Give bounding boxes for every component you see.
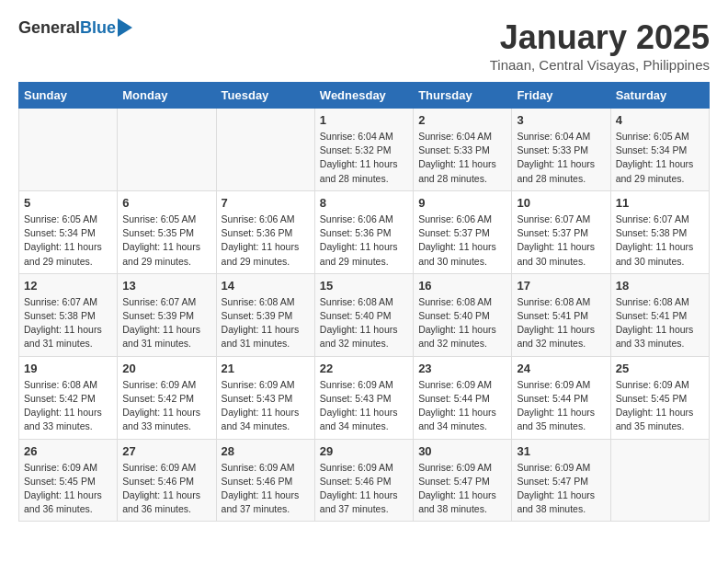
day-info: Sunrise: 6:06 AM Sunset: 5:37 PM Dayligh…	[418, 213, 506, 269]
calendar-cell: 28Sunrise: 6:09 AM Sunset: 5:46 PM Dayli…	[216, 439, 314, 522]
day-number: 26	[24, 444, 112, 458]
day-info: Sunrise: 6:09 AM Sunset: 5:43 PM Dayligh…	[222, 378, 310, 434]
location-subtitle: Tinaan, Central Visayas, Philippines	[490, 57, 710, 73]
day-number: 3	[517, 113, 605, 127]
day-number: 21	[222, 362, 310, 375]
calendar-cell: 2Sunrise: 6:04 AM Sunset: 5:33 PM Daylig…	[414, 109, 512, 191]
calendar-cell: 1Sunrise: 6:04 AM Sunset: 5:32 PM Daylig…	[314, 109, 413, 191]
calendar-cell: 27Sunrise: 6:09 AM Sunset: 5:46 PM Dayli…	[118, 439, 216, 522]
day-number: 1	[320, 113, 408, 127]
day-info: Sunrise: 6:09 AM Sunset: 5:47 PM Dayligh…	[517, 461, 605, 517]
day-number: 17	[517, 279, 605, 293]
day-number: 13	[122, 279, 210, 293]
day-info: Sunrise: 6:08 AM Sunset: 5:41 PM Dayligh…	[616, 295, 704, 351]
calendar-cell: 25Sunrise: 6:09 AM Sunset: 5:45 PM Dayli…	[610, 356, 709, 439]
day-info: Sunrise: 6:09 AM Sunset: 5:45 PM Dayligh…	[24, 461, 112, 517]
calendar-cell	[19, 109, 118, 191]
day-info: Sunrise: 6:05 AM Sunset: 5:35 PM Dayligh…	[122, 213, 210, 269]
day-number: 27	[122, 444, 210, 458]
calendar-cell: 21Sunrise: 6:09 AM Sunset: 5:43 PM Dayli…	[216, 356, 314, 439]
calendar-cell: 31Sunrise: 6:09 AM Sunset: 5:47 PM Dayli…	[512, 439, 610, 522]
day-number: 15	[320, 279, 408, 293]
day-number: 10	[517, 196, 605, 210]
calendar-cell: 6Sunrise: 6:05 AM Sunset: 5:35 PM Daylig…	[118, 190, 216, 273]
day-header-tuesday: Tuesday	[216, 83, 314, 109]
day-number: 30	[418, 444, 506, 458]
day-header-saturday: Saturday	[610, 83, 709, 109]
logo-arrow-icon	[118, 18, 132, 37]
day-number: 23	[418, 362, 506, 375]
day-header-wednesday: Wednesday	[314, 83, 413, 109]
calendar-cell	[118, 109, 216, 191]
day-info: Sunrise: 6:08 AM Sunset: 5:41 PM Dayligh…	[517, 295, 605, 351]
day-info: Sunrise: 6:09 AM Sunset: 5:47 PM Dayligh…	[418, 461, 506, 517]
calendar-cell: 11Sunrise: 6:07 AM Sunset: 5:38 PM Dayli…	[610, 190, 709, 273]
calendar-cell: 22Sunrise: 6:09 AM Sunset: 5:43 PM Dayli…	[314, 356, 413, 439]
day-info: Sunrise: 6:09 AM Sunset: 5:46 PM Dayligh…	[222, 461, 310, 517]
calendar-week-row: 12Sunrise: 6:07 AM Sunset: 5:38 PM Dayli…	[19, 273, 710, 356]
day-info: Sunrise: 6:04 AM Sunset: 5:32 PM Dayligh…	[320, 130, 408, 186]
calendar-cell: 26Sunrise: 6:09 AM Sunset: 5:45 PM Dayli…	[19, 439, 118, 522]
calendar-cell: 4Sunrise: 6:05 AM Sunset: 5:34 PM Daylig…	[610, 109, 709, 191]
day-info: Sunrise: 6:09 AM Sunset: 5:45 PM Dayligh…	[616, 378, 704, 434]
calendar-cell: 13Sunrise: 6:07 AM Sunset: 5:39 PM Dayli…	[118, 273, 216, 356]
calendar-cell: 15Sunrise: 6:08 AM Sunset: 5:40 PM Dayli…	[314, 273, 413, 356]
day-header-thursday: Thursday	[414, 83, 512, 109]
day-number: 12	[24, 279, 112, 293]
title-block: January 2025 Tinaan, Central Visayas, Ph…	[490, 18, 710, 73]
day-number: 5	[24, 196, 112, 210]
day-info: Sunrise: 6:08 AM Sunset: 5:40 PM Dayligh…	[320, 295, 408, 351]
calendar-week-row: 26Sunrise: 6:09 AM Sunset: 5:45 PM Dayli…	[19, 439, 710, 522]
day-number: 31	[517, 444, 605, 458]
day-info: Sunrise: 6:09 AM Sunset: 5:43 PM Dayligh…	[320, 378, 408, 434]
day-number: 20	[122, 362, 210, 375]
day-info: Sunrise: 6:06 AM Sunset: 5:36 PM Dayligh…	[320, 213, 408, 269]
day-number: 8	[320, 196, 408, 210]
calendar-header-row: SundayMondayTuesdayWednesdayThursdayFrid…	[19, 83, 710, 109]
day-info: Sunrise: 6:04 AM Sunset: 5:33 PM Dayligh…	[517, 130, 605, 186]
day-number: 14	[222, 279, 310, 293]
month-title: January 2025	[490, 18, 710, 57]
day-info: Sunrise: 6:09 AM Sunset: 5:46 PM Dayligh…	[122, 461, 210, 517]
calendar-cell: 3Sunrise: 6:04 AM Sunset: 5:33 PM Daylig…	[512, 109, 610, 191]
day-number: 7	[222, 196, 310, 210]
calendar-cell: 9Sunrise: 6:06 AM Sunset: 5:37 PM Daylig…	[414, 190, 512, 273]
day-number: 11	[616, 196, 704, 210]
day-info: Sunrise: 6:07 AM Sunset: 5:38 PM Dayligh…	[24, 295, 112, 351]
calendar-cell: 23Sunrise: 6:09 AM Sunset: 5:44 PM Dayli…	[414, 356, 512, 439]
logo-general-text: General	[18, 18, 80, 38]
day-number: 22	[320, 362, 408, 375]
day-header-sunday: Sunday	[19, 83, 118, 109]
day-number: 6	[122, 196, 210, 210]
day-number: 28	[222, 444, 310, 458]
day-info: Sunrise: 6:04 AM Sunset: 5:33 PM Dayligh…	[418, 130, 506, 186]
day-info: Sunrise: 6:09 AM Sunset: 5:46 PM Dayligh…	[320, 461, 408, 517]
calendar-cell: 12Sunrise: 6:07 AM Sunset: 5:38 PM Dayli…	[19, 273, 118, 356]
calendar-week-row: 19Sunrise: 6:08 AM Sunset: 5:42 PM Dayli…	[19, 356, 710, 439]
day-number: 25	[616, 362, 704, 375]
calendar-cell	[610, 439, 709, 522]
day-info: Sunrise: 6:05 AM Sunset: 5:34 PM Dayligh…	[24, 213, 112, 269]
day-number: 18	[616, 279, 704, 293]
day-info: Sunrise: 6:08 AM Sunset: 5:40 PM Dayligh…	[418, 295, 506, 351]
day-number: 2	[418, 113, 506, 127]
calendar-cell: 7Sunrise: 6:06 AM Sunset: 5:36 PM Daylig…	[216, 190, 314, 273]
day-number: 24	[517, 362, 605, 375]
calendar-cell: 24Sunrise: 6:09 AM Sunset: 5:44 PM Dayli…	[512, 356, 610, 439]
calendar-cell: 20Sunrise: 6:09 AM Sunset: 5:42 PM Dayli…	[118, 356, 216, 439]
calendar-cell: 10Sunrise: 6:07 AM Sunset: 5:37 PM Dayli…	[512, 190, 610, 273]
calendar-cell: 16Sunrise: 6:08 AM Sunset: 5:40 PM Dayli…	[414, 273, 512, 356]
day-header-friday: Friday	[512, 83, 610, 109]
day-info: Sunrise: 6:09 AM Sunset: 5:42 PM Dayligh…	[122, 378, 210, 434]
day-number: 29	[320, 444, 408, 458]
day-info: Sunrise: 6:08 AM Sunset: 5:42 PM Dayligh…	[24, 378, 112, 434]
day-info: Sunrise: 6:09 AM Sunset: 5:44 PM Dayligh…	[517, 378, 605, 434]
day-number: 4	[616, 113, 704, 127]
day-info: Sunrise: 6:07 AM Sunset: 5:39 PM Dayligh…	[122, 295, 210, 351]
day-info: Sunrise: 6:05 AM Sunset: 5:34 PM Dayligh…	[616, 130, 704, 186]
day-info: Sunrise: 6:09 AM Sunset: 5:44 PM Dayligh…	[418, 378, 506, 434]
day-number: 16	[418, 279, 506, 293]
day-info: Sunrise: 6:07 AM Sunset: 5:37 PM Dayligh…	[517, 213, 605, 269]
logo: General Blue	[18, 18, 132, 38]
calendar-cell	[216, 109, 314, 191]
